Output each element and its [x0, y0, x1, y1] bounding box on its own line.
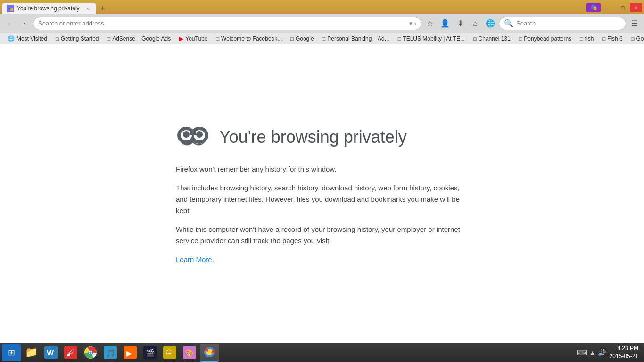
bookmark-label: Most Visited — [17, 35, 47, 42]
home-icon[interactable]: ⌂ — [469, 17, 482, 30]
bookmark-ponybead[interactable]: □ Ponybead patterns — [515, 34, 575, 43]
bookmark-favicon-banking: □ — [322, 36, 326, 41]
bookmark-google[interactable]: □ Google — [287, 34, 317, 43]
menu-icon[interactable]: ☰ — [628, 17, 641, 30]
svg-point-4 — [183, 131, 190, 138]
bookmark-favicon-goldfish: □ — [631, 36, 635, 41]
reader-mode-icon[interactable]: 👤 — [438, 17, 452, 30]
nav-bar: ‹ › ▾ › ☆ 👤 ⬇ ⌂ 🌐 🔍 ☰ — [0, 14, 644, 33]
taskbar-paint[interactable]: 🖌 — [61, 344, 80, 362]
bookmark-label: Goldfish — [636, 35, 644, 42]
forward-button[interactable]: › — [18, 17, 31, 30]
bookmark-fish[interactable]: □ fish — [576, 34, 597, 43]
bookmark-label: Welcome to Facebook... — [221, 35, 282, 42]
search-icon: 🔍 — [504, 19, 513, 28]
svg-text:🎨: 🎨 — [185, 349, 194, 358]
mask-icon — [176, 122, 210, 152]
clock-date: 2015-05-21 — [610, 353, 638, 361]
bookmark-label: Personal Banking – Ad... — [327, 35, 389, 42]
clock-time: 8:23 PM — [610, 345, 638, 353]
taskbar-paint2[interactable]: 🎨 — [180, 344, 199, 362]
globe-icon[interactable]: 🌐 — [484, 17, 497, 30]
svg-text:W: W — [47, 349, 54, 357]
bookmark-label: Getting Started — [61, 35, 99, 42]
bookmark-label: Google — [296, 35, 314, 42]
back-button[interactable]: ‹ — [3, 17, 16, 30]
address-input[interactable] — [38, 20, 406, 27]
new-tab-button[interactable]: + — [96, 3, 109, 14]
bookmark-star-icon[interactable]: ☆ — [423, 17, 437, 30]
address-bar-icons: ▾ › — [409, 20, 416, 27]
taskbar-right: ⌨ ▲ 🔊 8:23 PM 2015-05-21 — [577, 345, 642, 361]
bookmark-banking[interactable]: □ Personal Banking – Ad... — [319, 34, 393, 43]
tab-close-button[interactable]: × — [84, 5, 91, 12]
bookmark-favicon-fish: □ — [580, 36, 583, 41]
toolbar-icons: ☆ 👤 ⬇ ⌂ 🌐 — [423, 17, 497, 30]
download-icon[interactable]: ⬇ — [454, 17, 467, 30]
title-bar: 🎭 You're browsing privately × + 🎭 − □ × — [0, 0, 644, 14]
taskbar-wordperfect[interactable]: W — [41, 344, 60, 362]
go-icon[interactable]: › — [414, 20, 416, 27]
bookmark-label: YouTube — [185, 35, 207, 42]
private-para2: That includes browsing history, search h… — [176, 182, 468, 216]
search-bar[interactable]: 🔍 — [499, 17, 626, 30]
taskbar-clock: 8:23 PM 2015-05-21 — [610, 345, 638, 361]
learn-more-link[interactable]: Learn More. — [176, 255, 214, 263]
search-input[interactable] — [516, 20, 621, 27]
svg-text:🎬: 🎬 — [146, 349, 155, 357]
bookmark-facebook[interactable]: □ Welcome to Facebook... — [212, 34, 286, 43]
bookmark-getting-started[interactable]: □ Getting Started — [52, 34, 102, 43]
bookmark-most-visited[interactable]: 🌐 Most Visited — [4, 34, 51, 43]
taskbar-video-app[interactable]: 🎬 — [140, 344, 159, 362]
start-button[interactable]: ⊞ — [2, 344, 21, 361]
bookmark-goldfish[interactable]: □ Goldfish — [627, 34, 644, 43]
bookmark-label: fish — [585, 35, 594, 42]
tab-strip: 🎭 You're browsing privately × + — [2, 3, 586, 14]
tab-favicon: 🎭 — [7, 5, 14, 12]
keyboard-icon: ⌨ — [577, 348, 587, 357]
bookmark-favicon-google: □ — [290, 36, 294, 41]
taskbar-media-player[interactable]: ▶ — [121, 344, 140, 362]
svg-text:▶: ▶ — [126, 349, 132, 357]
taskbar-banking-app[interactable]: 🏛 — [160, 344, 179, 362]
svg-point-5 — [196, 131, 203, 138]
bookmark-channel131[interactable]: □ Channel 131 — [470, 34, 514, 43]
window-controls: 🎭 − □ × — [586, 3, 642, 14]
volume-icon: 🔊 — [598, 349, 606, 356]
bookmark-favicon-adsense: □ — [107, 36, 111, 41]
private-browsing-icon: 🎭 — [586, 3, 601, 12]
active-tab[interactable]: 🎭 You're browsing privately × — [2, 3, 96, 14]
bookmark-favicon-ponybead: □ — [519, 36, 522, 41]
bookmark-fish6[interactable]: □ Fish 6 — [598, 34, 626, 43]
bookmark-favicon-youtube: ▶ — [179, 35, 183, 42]
taskbar-file-explorer[interactable]: 📁 — [22, 344, 41, 362]
address-bar[interactable]: ▾ › — [33, 17, 421, 30]
bookmark-label: Ponybead patterns — [524, 35, 571, 42]
dropdown-icon[interactable]: ▾ — [409, 20, 413, 27]
private-para3: While this computer won't have a record … — [176, 224, 468, 247]
bookmark-favicon-channel131: □ — [473, 36, 477, 41]
bookmark-label: Channel 131 — [479, 35, 511, 42]
bookmark-favicon-getting-started: □ — [56, 36, 59, 41]
maximize-button[interactable]: □ — [617, 3, 629, 12]
svg-point-15 — [90, 352, 92, 354]
bookmark-favicon-most-visited: 🌐 — [8, 35, 15, 42]
private-para1: Firefox won't remember any history for t… — [176, 164, 468, 175]
private-browsing-body: Firefox won't remember any history for t… — [176, 164, 468, 265]
close-button[interactable]: × — [630, 3, 642, 12]
bookmark-favicon-facebook: □ — [216, 36, 219, 41]
bookmark-label: AdSense – Google Ads — [112, 35, 171, 42]
svg-text:🏛: 🏛 — [165, 349, 173, 357]
bookmark-telus[interactable]: □ TELUS Mobility | At TE... — [394, 34, 469, 43]
bookmark-label: TELUS Mobility | At TE... — [403, 35, 465, 42]
private-browsing-header: You're browsing privately — [176, 122, 468, 152]
private-browsing-container: You're browsing privately Firefox won't … — [157, 103, 487, 284]
minimize-button[interactable]: − — [603, 3, 616, 12]
svg-rect-6 — [190, 132, 196, 135]
bookmark-youtube[interactable]: ▶ YouTube — [175, 34, 211, 43]
svg-text:🎵: 🎵 — [106, 349, 116, 358]
taskbar-mumble[interactable]: 🎵 — [101, 344, 120, 362]
taskbar-firefox[interactable] — [200, 344, 219, 362]
taskbar-chrome[interactable] — [81, 344, 100, 362]
bookmark-adsense[interactable]: □ AdSense – Google Ads — [104, 34, 175, 43]
